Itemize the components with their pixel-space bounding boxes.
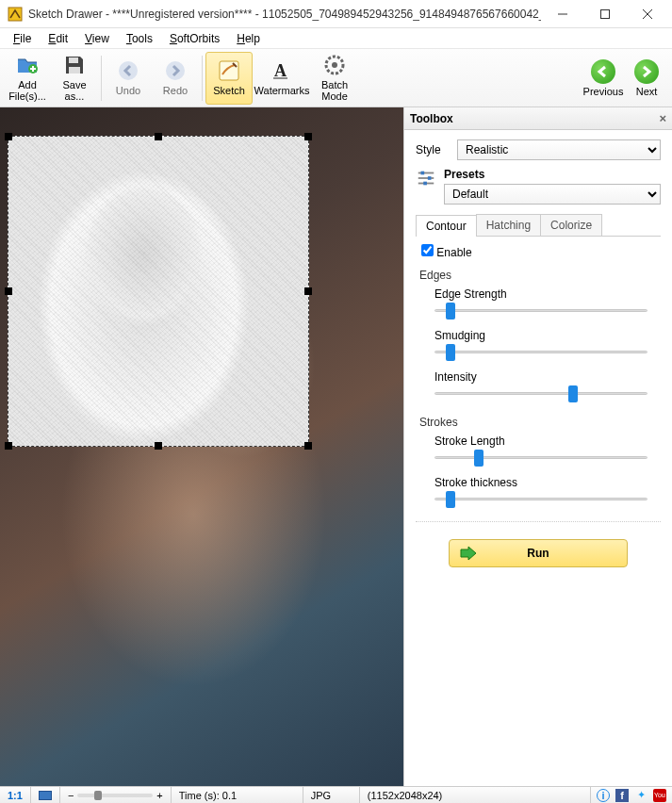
presets-label: Presets (444, 168, 661, 181)
enable-label: Enable (436, 246, 471, 259)
save-icon (63, 54, 86, 76)
intensity-slider[interactable] (434, 385, 657, 402)
svg-rect-10 (220, 61, 238, 80)
save-as-button[interactable]: Save as... (51, 52, 98, 105)
svg-rect-18 (428, 176, 432, 180)
resize-handle-s[interactable] (155, 442, 162, 450)
preset-select[interactable]: Default (444, 184, 661, 205)
facebook-icon[interactable]: f (615, 789, 629, 802)
svg-rect-2 (600, 9, 609, 18)
sketch-label: Sketch (213, 85, 245, 96)
batch-mode-button[interactable]: Batch Mode (311, 52, 358, 105)
menubar: File Edit View Tools SoftOrbits Help (0, 28, 672, 49)
resize-handle-n[interactable] (155, 133, 162, 140)
next-arrow-icon (634, 59, 659, 84)
gear-icon (323, 54, 346, 76)
redo-button[interactable]: Redo (152, 52, 199, 105)
previous-label: Previous (583, 86, 624, 97)
style-label: Style (416, 143, 450, 156)
toolbar: Add File(s)... Save as... Undo Redo Sket… (0, 49, 672, 107)
toolbox-panel: Toolbox × Style Realistic Presets Defaul… (403, 107, 672, 786)
previous-arrow-icon (591, 59, 615, 84)
save-as-label: Save as... (52, 79, 97, 102)
enable-checkbox-wrap[interactable]: Enable (421, 246, 472, 259)
menu-view[interactable]: View (77, 30, 117, 47)
dimensions-status: (1152x2048x24) (360, 787, 591, 803)
run-button[interactable]: Run (449, 539, 628, 567)
tab-colorize[interactable]: Colorize (540, 214, 602, 236)
previous-button[interactable]: Previous (582, 59, 625, 97)
edge-strength-label: Edge Strength (434, 287, 657, 301)
svg-point-9 (166, 61, 185, 80)
run-arrow-icon (459, 546, 478, 561)
add-files-label: Add File(s)... (5, 79, 50, 102)
edges-title: Edges (419, 269, 657, 282)
toolbox-header: Toolbox × (404, 107, 672, 130)
menu-file[interactable]: File (6, 30, 39, 47)
sketch-icon (218, 59, 240, 82)
run-label: Run (527, 547, 549, 560)
svg-text:A: A (274, 61, 287, 80)
edges-group: Edges Edge Strength Smudging Intensity (419, 269, 657, 402)
stroke-length-slider[interactable] (434, 450, 657, 467)
info-icon[interactable]: i (597, 789, 610, 802)
titlebar: Sketch Drawer - ****Unregistered version… (0, 0, 672, 28)
social-icons: i f ✦ You (591, 789, 672, 802)
stroke-thickness-slider[interactable] (434, 491, 657, 508)
zoom-slider[interactable] (77, 794, 153, 797)
menu-tools[interactable]: Tools (119, 30, 160, 47)
add-files-button[interactable]: Add File(s)... (4, 52, 51, 105)
zoom-out-button[interactable]: − (68, 790, 74, 801)
canvas-area[interactable] (0, 107, 403, 786)
resize-handle-e[interactable] (304, 287, 312, 295)
zoom-in-button[interactable]: + (156, 790, 162, 801)
resize-handle-sw[interactable] (5, 442, 12, 450)
undo-button[interactable]: Undo (105, 52, 152, 105)
fit-screen-button[interactable] (31, 787, 60, 803)
svg-point-14 (332, 62, 337, 68)
redo-icon (164, 59, 187, 82)
edge-strength-slider[interactable] (434, 303, 657, 320)
screen-icon (39, 791, 52, 800)
resize-handle-w[interactable] (5, 287, 12, 295)
menu-edit[interactable]: Edit (41, 30, 75, 47)
menu-softorbits[interactable]: SoftOrbits (162, 30, 227, 47)
enable-checkbox[interactable] (421, 244, 434, 256)
toolbox-close-button[interactable]: × (659, 111, 666, 125)
undo-label: Undo (116, 85, 140, 96)
resize-handle-se[interactable] (304, 442, 312, 450)
batch-mode-label: Batch Mode (312, 79, 357, 102)
svg-point-8 (119, 61, 138, 80)
resize-handle-ne[interactable] (304, 133, 312, 140)
time-status: Time (s): 0.1 (172, 787, 303, 803)
style-select[interactable]: Realistic (457, 139, 661, 160)
menu-help[interactable]: Help (229, 30, 268, 47)
window-title: Sketch Drawer - ****Unregistered version… (28, 8, 541, 21)
toolbox-tabs: Contour Hatching Colorize (416, 214, 661, 237)
undo-icon (117, 59, 139, 82)
resize-handle-nw[interactable] (5, 133, 12, 140)
add-folder-icon (16, 54, 39, 76)
tab-contour[interactable]: Contour (416, 215, 477, 237)
svg-rect-16 (421, 172, 425, 175)
maximize-button[interactable] (583, 1, 626, 27)
tab-hatching[interactable]: Hatching (476, 214, 541, 236)
watermarks-button[interactable]: A Watermarks (253, 52, 311, 105)
smudging-slider[interactable] (434, 344, 657, 361)
presets-icon (416, 168, 436, 188)
minimize-button[interactable] (541, 1, 583, 27)
next-button[interactable]: Next (625, 59, 668, 97)
smudging-label: Smudging (434, 329, 657, 342)
intensity-label: Intensity (434, 370, 657, 384)
twitter-icon[interactable]: ✦ (634, 789, 647, 802)
stroke-length-label: Stroke Length (434, 434, 657, 448)
youtube-icon[interactable]: You (653, 789, 666, 802)
zoom-ratio[interactable]: 1:1 (0, 787, 31, 803)
zoom-slider-cell: − + (60, 787, 172, 803)
close-button[interactable] (626, 1, 668, 27)
next-label: Next (636, 86, 658, 97)
toolbox-title: Toolbox (410, 112, 453, 125)
sketch-preview-selection[interactable] (8, 136, 309, 447)
app-icon (8, 7, 23, 22)
sketch-button[interactable]: Sketch (205, 52, 253, 105)
